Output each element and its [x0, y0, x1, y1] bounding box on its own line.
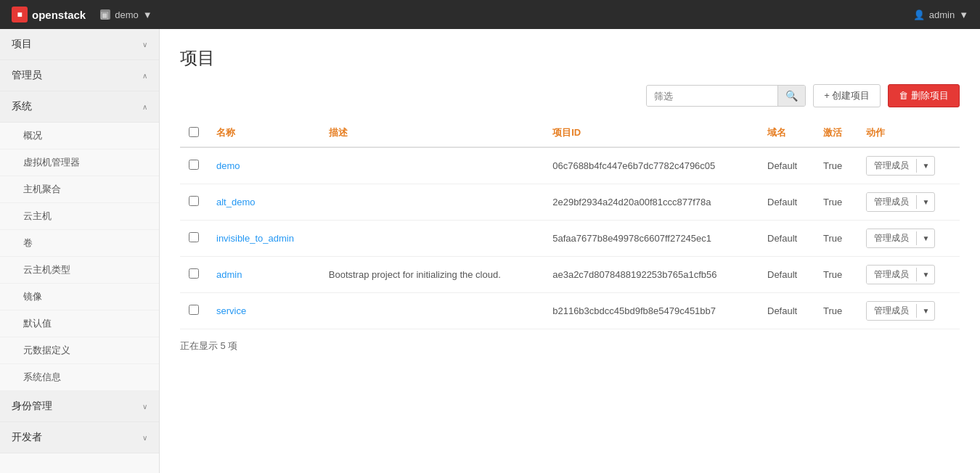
action-dropdown-4[interactable]: ▼ — [916, 304, 934, 318]
sidebar-section-admin-label: 管理员 — [12, 69, 42, 82]
table-row: alt_demo 2e29bf2934a24d20a00f81ccc877f78… — [180, 184, 960, 221]
sidebar-section-system-chevron: ∧ — [142, 103, 147, 111]
filter-button[interactable]: 🔍 — [777, 86, 805, 106]
row-active-4: True — [814, 293, 857, 329]
project-link-2[interactable]: invisible_to_admin — [216, 233, 294, 244]
row-action-2[interactable]: 管理成员 ▼ — [857, 221, 960, 257]
table-header: 名称 描述 项目ID 域名 激活 动作 — [180, 119, 960, 147]
sidebar-section-admin-chevron: ∧ — [142, 72, 147, 80]
project-link-0[interactable]: demo — [216, 160, 240, 171]
sidebar-item-overview[interactable]: 概况 — [0, 123, 159, 149]
table-row: service b2116b3cbdcc45bd9fb8e5479c451bb7… — [180, 293, 960, 329]
action-dropdown-1[interactable]: ▼ — [916, 195, 934, 209]
col-project-id: 项目ID — [544, 119, 759, 147]
sidebar-section-admin[interactable]: 管理员 ∧ — [0, 60, 159, 91]
table-row: demo 06c7688b4fc447e6b7dc7782c4796c05 De… — [180, 147, 960, 184]
sidebar-item-instance[interactable]: 云主机 — [0, 203, 159, 230]
row-name-3[interactable]: admin — [208, 257, 320, 293]
row-checkbox-3[interactable] — [189, 268, 199, 279]
row-action-1[interactable]: 管理成员 ▼ — [857, 184, 960, 221]
table-row: invisible_to_admin 5afaa7677b8e49978c660… — [180, 221, 960, 257]
row-domain-4: Default — [759, 293, 814, 329]
create-project-button[interactable]: + 创建项目 — [813, 84, 881, 107]
row-checkbox-cell[interactable] — [180, 221, 208, 257]
project-link-3[interactable]: admin — [216, 269, 242, 280]
row-name-1[interactable]: alt_demo — [208, 184, 320, 221]
row-name-0[interactable]: demo — [208, 147, 320, 184]
project-link-4[interactable]: service — [216, 305, 246, 316]
row-project-id-4: b2116b3cbdcc45bd9fb8e5479c451bb7 — [544, 293, 759, 329]
row-checkbox-2[interactable] — [189, 232, 199, 242]
user-icon: 👤 — [913, 9, 925, 20]
row-count: 正在显示 5 项 — [180, 340, 960, 353]
row-checkbox-cell[interactable] — [180, 293, 208, 329]
action-main-3[interactable]: 管理成员 — [867, 266, 916, 284]
action-btn-0[interactable]: 管理成员 ▼ — [866, 156, 935, 176]
sidebar-item-volume[interactable]: 卷 — [0, 230, 159, 257]
row-action-0[interactable]: 管理成员 ▼ — [857, 147, 960, 184]
sidebar: 项目 ∨ 管理员 ∧ 系统 ∧ 概况 虚拟机管理器 主机聚合 云主机 卷 云主机… — [0, 29, 160, 473]
row-checkbox-cell[interactable] — [180, 147, 208, 184]
row-description-0 — [320, 147, 544, 184]
row-project-id-3: ae3a2c7d8078488192253b765a1cfb56 — [544, 257, 759, 293]
action-btn-2[interactable]: 管理成员 ▼ — [866, 229, 935, 248]
sidebar-item-vm-manager[interactable]: 虚拟机管理器 — [0, 149, 159, 176]
row-project-id-1: 2e29bf2934a24d20a00f81ccc877f78a — [544, 184, 759, 221]
sidebar-item-default[interactable]: 默认值 — [0, 310, 159, 337]
col-action: 动作 — [857, 119, 960, 147]
projects-table: 名称 描述 项目ID 域名 激活 动作 demo 06c7688b4fc447e… — [180, 119, 960, 329]
page-title: 项目 — [180, 46, 960, 70]
table-row: admin Bootstrap project for initializing… — [180, 257, 960, 293]
action-dropdown-2[interactable]: ▼ — [916, 231, 934, 245]
sidebar-section-identity-label: 身份管理 — [12, 400, 52, 413]
delete-project-button[interactable]: 🗑 删除项目 — [888, 84, 960, 107]
brand-icon: ■ — [12, 7, 28, 22]
action-main-4[interactable]: 管理成员 — [867, 302, 916, 320]
user-label: admin — [929, 9, 955, 20]
topbar-left: ■ openstack ▣ demo ▼ — [12, 7, 158, 23]
select-all-checkbox[interactable] — [189, 127, 199, 137]
project-link-1[interactable]: alt_demo — [216, 197, 255, 207]
sidebar-section-project-chevron: ∨ — [142, 41, 147, 49]
project-selector[interactable]: ▣ demo ▼ — [94, 7, 158, 23]
project-icon: ▣ — [100, 9, 110, 20]
row-domain-3: Default — [759, 257, 814, 293]
row-checkbox-cell[interactable] — [180, 257, 208, 293]
topbar-right[interactable]: 👤 admin ▼ — [913, 9, 968, 20]
row-checkbox-cell[interactable] — [180, 184, 208, 221]
sidebar-item-system-info[interactable]: 系统信息 — [0, 364, 159, 391]
sidebar-item-host-aggregate[interactable]: 主机聚合 — [0, 176, 159, 203]
row-name-2[interactable]: invisible_to_admin — [208, 221, 320, 257]
row-action-4[interactable]: 管理成员 ▼ — [857, 293, 960, 329]
action-main-2[interactable]: 管理成员 — [867, 229, 916, 247]
project-label: demo — [115, 9, 139, 20]
sidebar-section-system[interactable]: 系统 ∧ — [0, 91, 159, 123]
row-domain-0: Default — [759, 147, 814, 184]
sidebar-section-identity[interactable]: 身份管理 ∨ — [0, 391, 159, 422]
action-main-0[interactable]: 管理成员 — [867, 157, 916, 175]
row-name-4[interactable]: service — [208, 293, 320, 329]
main-content: 项目 🔍 + 创建项目 🗑 删除项目 名称 描述 项目ID 域名 — [160, 29, 980, 473]
sidebar-item-image[interactable]: 镜像 — [0, 284, 159, 310]
select-all-header[interactable] — [180, 119, 208, 147]
row-action-3[interactable]: 管理成员 ▼ — [857, 257, 960, 293]
row-checkbox-0[interactable] — [189, 160, 199, 170]
row-active-3: True — [814, 257, 857, 293]
action-main-1[interactable]: 管理成员 — [867, 193, 916, 211]
topbar: ■ openstack ▣ demo ▼ 👤 admin ▼ — [0, 0, 980, 29]
sidebar-item-metadata[interactable]: 元数据定义 — [0, 337, 159, 364]
row-checkbox-4[interactable] — [189, 305, 199, 315]
action-btn-4[interactable]: 管理成员 ▼ — [866, 301, 935, 321]
col-domain: 域名 — [759, 119, 814, 147]
action-btn-3[interactable]: 管理成员 ▼ — [866, 265, 935, 284]
action-dropdown-3[interactable]: ▼ — [916, 268, 934, 281]
sidebar-section-developer[interactable]: 开发者 ∨ — [0, 422, 159, 453]
action-btn-1[interactable]: 管理成员 ▼ — [866, 192, 935, 212]
action-dropdown-0[interactable]: ▼ — [916, 159, 934, 173]
filter-input[interactable] — [647, 86, 777, 106]
row-checkbox-1[interactable] — [189, 196, 199, 206]
sidebar-item-flavor[interactable]: 云主机类型 — [0, 257, 159, 284]
sidebar-section-identity-chevron: ∨ — [142, 403, 147, 411]
row-active-0: True — [814, 147, 857, 184]
sidebar-section-project[interactable]: 项目 ∨ — [0, 29, 159, 60]
